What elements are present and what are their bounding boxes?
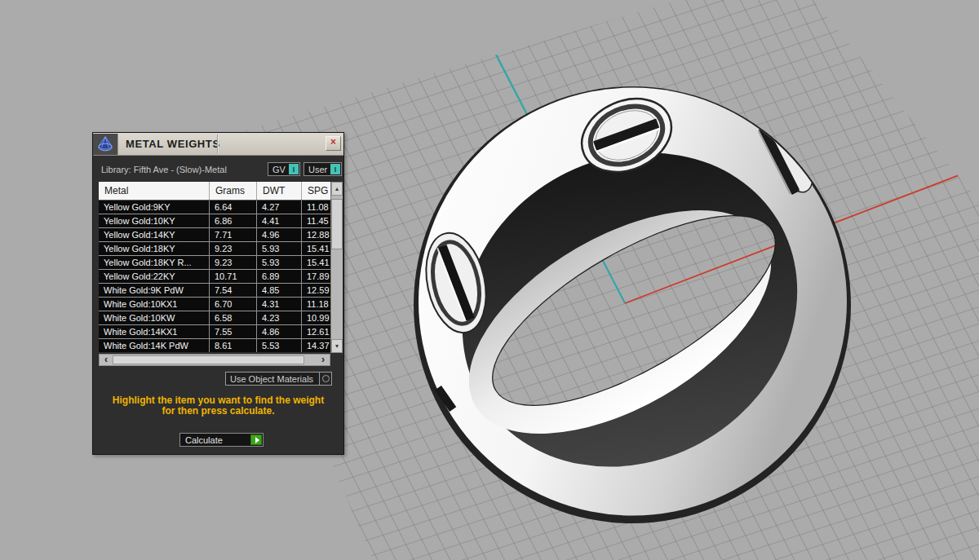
table-cell-dwt: 4.85 (257, 284, 302, 297)
table-cell-grams: 6.64 (210, 201, 257, 214)
play-icon (250, 434, 262, 445)
table-cell-grams: 7.71 (210, 228, 257, 241)
vertical-scroll-thumb[interactable] (331, 199, 343, 249)
gv-toggle-label: GV (272, 165, 286, 174)
dialog-title: METAL WEIGHTS (126, 138, 220, 150)
use-object-materials-label: Use Object Materials (230, 374, 313, 384)
table-row[interactable]: Yellow Gold:18KY R...9.235.9315.41 (99, 256, 330, 269)
instruction-text: Highlight the item you want to find the … (93, 395, 343, 417)
gv-toggle-button[interactable]: GV I (268, 162, 300, 176)
metal-weights-table: Metal Grams DWT SPG Yellow Gold:9KY6.644… (99, 182, 343, 353)
table-cell-metal: White Gold:9K PdW (99, 284, 210, 297)
table-cell-grams: 6.86 (210, 214, 257, 227)
scroll-left-icon[interactable]: ‹ (100, 355, 112, 365)
table-cell-grams: 9.23 (210, 256, 257, 269)
metal-weights-dialog: METAL WEIGHTS × Library: Fifth Ave - (Sl… (92, 132, 344, 455)
table-cell-metal: White Gold:10KX1 (99, 298, 210, 311)
table-row[interactable]: Yellow Gold:10KY6.864.4111.45 (99, 214, 330, 227)
table-cell-metal: Yellow Gold:10KY (99, 214, 210, 227)
table-cell-dwt: 5.93 (257, 242, 302, 255)
library-label: Library: Fifth Ave - (Slow)-Metal (101, 165, 227, 174)
table-cell-metal: White Gold:14KX1 (99, 325, 210, 338)
table-cell-grams: 7.55 (210, 325, 257, 338)
table-cell-grams: 9.23 (210, 242, 257, 255)
table-cell-dwt: 6.89 (257, 270, 302, 283)
table-cell-grams: 6.70 (210, 298, 257, 311)
vertical-scrollbar[interactable]: ▴ ▾ (330, 182, 343, 353)
table-row[interactable]: White Gold:14K PdW8.615.5314.37 (99, 339, 330, 352)
gv-indicator-icon: I (289, 164, 299, 174)
close-icon[interactable]: × (326, 136, 341, 151)
table-row[interactable]: Yellow Gold:18KY9.235.9315.41 (99, 242, 330, 255)
scroll-up-icon[interactable]: ▴ (331, 182, 343, 196)
table-cell-metal: Yellow Gold:9KY (99, 201, 210, 214)
table-row[interactable]: White Gold:10KX16.704.3111.18 (99, 298, 330, 311)
table-cell-dwt: 4.41 (257, 214, 302, 227)
user-indicator-icon: I (330, 164, 340, 174)
sphere-icon[interactable] (319, 373, 331, 385)
table-row[interactable]: Yellow Gold:9KY6.644.2711.08 (99, 201, 330, 214)
column-header-grams[interactable]: Grams (210, 182, 257, 200)
table-cell-spg: 12.61 (302, 325, 330, 338)
column-header-spg[interactable]: SPG (302, 182, 330, 200)
table-cell-dwt: 4.31 (257, 298, 302, 311)
table-cell-spg: 12.88 (302, 228, 330, 241)
use-object-materials-dropdown[interactable]: Use Object Materials (225, 372, 332, 386)
table-cell-metal: White Gold:14K PdW (99, 339, 210, 352)
column-header-metal[interactable]: Metal (99, 182, 210, 200)
table-row[interactable]: White Gold:14KX17.554.8612.61 (99, 325, 330, 338)
horizontal-scrollbar[interactable]: ‹ › (99, 354, 330, 366)
table-cell-metal: Yellow Gold:22KY (99, 270, 210, 283)
table-cell-spg: 14.37 (302, 339, 330, 352)
table-cell-dwt: 4.27 (257, 201, 302, 214)
table-cell-grams: 8.61 (210, 339, 257, 352)
calculate-button-label: Calculate (185, 435, 223, 445)
table-body: Yellow Gold:9KY6.644.2711.08Yellow Gold:… (99, 201, 330, 352)
table-row[interactable]: Yellow Gold:14KY7.714.9612.88 (99, 228, 330, 241)
table-cell-spg: 17.89 (302, 270, 330, 283)
table-cell-spg: 11.08 (302, 201, 330, 214)
table-cell-dwt: 4.86 (257, 325, 302, 338)
application-window: METAL WEIGHTS × Library: Fifth Ave - (Sl… (0, 0, 979, 560)
gem-cone-icon (93, 134, 118, 155)
user-toggle-label: User (308, 165, 327, 174)
user-toggle-button[interactable]: User I (303, 162, 342, 176)
table-row[interactable]: White Gold:10KW6.584.2310.99 (99, 311, 330, 324)
table-row[interactable]: Yellow Gold:22KY10.716.8917.89 (99, 270, 330, 283)
table-cell-spg: 12.59 (302, 284, 330, 297)
titlebar-divider (217, 134, 218, 153)
table-cell-dwt: 5.93 (257, 256, 302, 269)
table-cell-dwt: 4.23 (257, 311, 302, 324)
column-header-dwt[interactable]: DWT (257, 182, 302, 200)
table-cell-metal: White Gold:10KW (99, 311, 210, 324)
table-header-row: Metal Grams DWT SPG (99, 182, 330, 201)
instruction-line-2: for then press calculate. (93, 406, 343, 417)
table-cell-metal: Yellow Gold:14KY (99, 228, 210, 241)
table-cell-grams: 10.71 (210, 270, 257, 283)
table-cell-metal: Yellow Gold:18KY R... (99, 256, 210, 269)
scroll-right-icon[interactable]: › (317, 355, 329, 365)
table-cell-spg: 11.18 (302, 298, 330, 311)
calculate-button[interactable]: Calculate (179, 433, 264, 447)
table-cell-grams: 7.54 (210, 284, 257, 297)
table-cell-spg: 11.45 (302, 214, 330, 227)
table-cell-grams: 6.58 (210, 311, 257, 324)
table-cell-spg: 15.41 (302, 242, 330, 255)
dialog-titlebar[interactable]: METAL WEIGHTS × (93, 133, 343, 156)
table-row[interactable]: White Gold:9K PdW7.544.8512.59 (99, 284, 330, 297)
horizontal-scroll-thumb[interactable] (113, 355, 304, 364)
table-cell-spg: 10.99 (302, 311, 330, 324)
table-cell-spg: 15.41 (302, 256, 330, 269)
table-cell-dwt: 5.53 (257, 339, 302, 352)
scroll-down-icon[interactable]: ▾ (331, 339, 343, 353)
table-cell-dwt: 4.96 (257, 228, 302, 241)
table-cell-metal: Yellow Gold:18KY (99, 242, 210, 255)
